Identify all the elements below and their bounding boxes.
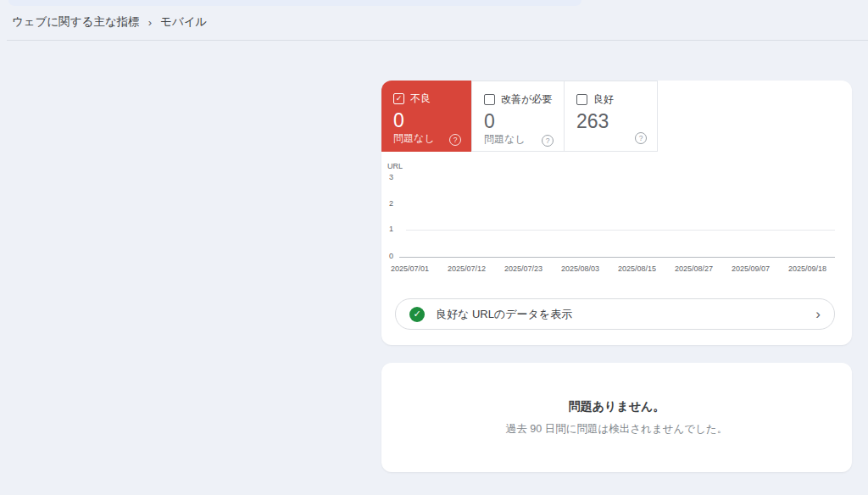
x-axis-labels: 2025/07/01 2025/07/12 2025/07/23 2025/08… <box>391 264 826 273</box>
breadcrumb-separator-icon: › <box>148 16 152 29</box>
show-good-urls-button[interactable]: ✓ 良好な URLのデータを表示 › <box>395 298 835 330</box>
breadcrumb-current-mobile: モバイル <box>160 14 207 30</box>
tab-poor[interactable]: ✓ 不良 0 問題なし ? <box>381 81 471 152</box>
header-divider <box>7 40 868 41</box>
x-tick: 2025/07/01 <box>391 264 429 273</box>
x-tick: 2025/07/12 <box>448 264 486 273</box>
tab-needs-improvement-label: 改善が必要 <box>501 92 552 107</box>
checkbox-unchecked-icon[interactable] <box>484 94 495 105</box>
tab-needs-improvement-count: 0 <box>484 111 554 132</box>
tab-poor-count: 0 <box>393 110 461 131</box>
checkbox-unchecked-icon[interactable] <box>576 94 587 105</box>
breadcrumb: ウェブに関する主な指標 › モバイル <box>12 14 207 30</box>
status-tabs: ✓ 不良 0 問題なし ? 改善が必要 0 問題なし ? <box>381 81 852 152</box>
help-icon[interactable]: ? <box>542 135 554 147</box>
x-tick: 2025/07/23 <box>504 264 542 273</box>
x-tick: 2025/08/27 <box>675 264 713 273</box>
tab-needs-improvement-subtitle: 問題なし <box>484 132 526 147</box>
y-axis-label: URL <box>387 162 403 170</box>
x-tick: 2025/08/03 <box>561 264 599 273</box>
x-tick: 2025/08/15 <box>618 264 656 273</box>
tab-good-count: 263 <box>576 111 647 132</box>
y-tick: 0 <box>389 252 398 260</box>
tab-poor-label: 不良 <box>410 92 431 106</box>
no-issues-title: 問題ありません。 <box>569 399 665 414</box>
main-content: ✓ 不良 0 問題なし ? 改善が必要 0 問題なし ? <box>381 81 852 472</box>
breadcrumb-link-core-web-vitals[interactable]: ウェブに関する主な指標 <box>12 14 140 30</box>
tab-good-label: 良好 <box>593 92 614 107</box>
no-issues-card: 問題ありません。 過去 90 日間に問題は検出されませんでした。 <box>381 363 852 472</box>
core-web-vitals-report-card: ✓ 不良 0 問題なし ? 改善が必要 0 問題なし ? <box>381 81 852 345</box>
y-tick: 3 <box>389 173 398 181</box>
tab-good[interactable]: 良好 263 ? <box>565 81 658 152</box>
gridline-y1 <box>406 230 835 231</box>
tab-poor-subtitle: 問題なし <box>393 131 435 146</box>
url-trend-chart: URL 3 2 1 0 2025/07/01 2025/07/12 2025/0… <box>387 162 835 279</box>
y-tick: 2 <box>389 199 398 208</box>
search-bar-bottom-edge <box>8 0 581 6</box>
no-issues-subtitle: 過去 90 日間に問題は検出されませんでした。 <box>506 422 727 437</box>
show-good-urls-label: 良好な URLのデータを表示 <box>436 307 572 322</box>
help-icon[interactable]: ? <box>449 134 461 146</box>
good-status-check-icon: ✓ <box>409 307 425 322</box>
x-axis-baseline <box>399 257 835 258</box>
x-tick: 2025/09/18 <box>788 264 826 273</box>
x-tick: 2025/09/07 <box>732 264 770 273</box>
y-tick: 1 <box>389 225 398 233</box>
chevron-right-icon: › <box>815 307 821 321</box>
help-icon[interactable]: ? <box>635 132 647 144</box>
tab-needs-improvement[interactable]: 改善が必要 0 問題なし ? <box>471 81 565 152</box>
checkbox-checked-icon[interactable]: ✓ <box>393 93 404 104</box>
